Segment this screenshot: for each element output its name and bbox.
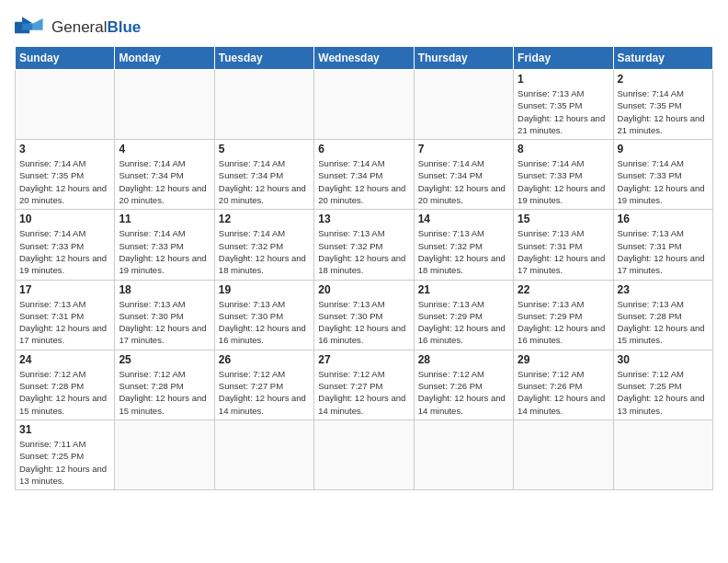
day-number: 31: [19, 423, 110, 436]
week-row-5: 31Sunrise: 7:11 AM Sunset: 7:25 PM Dayli…: [16, 419, 713, 489]
day-number: 29: [518, 353, 609, 366]
calendar-cell: 17Sunrise: 7:13 AM Sunset: 7:31 PM Dayli…: [16, 280, 115, 350]
svg-marker-3: [22, 24, 33, 30]
day-info: Sunrise: 7:14 AM Sunset: 7:34 PM Dayligh…: [418, 157, 509, 206]
day-number: 20: [318, 283, 409, 296]
calendar-cell: 13Sunrise: 7:13 AM Sunset: 7:32 PM Dayli…: [314, 210, 414, 280]
day-info: Sunrise: 7:12 AM Sunset: 7:25 PM Dayligh…: [618, 368, 709, 417]
day-info: Sunrise: 7:13 AM Sunset: 7:31 PM Dayligh…: [518, 227, 609, 276]
calendar-cell: 7Sunrise: 7:14 AM Sunset: 7:34 PM Daylig…: [414, 140, 513, 210]
weekday-header-wednesday: Wednesday: [314, 47, 414, 70]
day-number: 2: [618, 73, 709, 86]
calendar-cell: 25Sunrise: 7:12 AM Sunset: 7:28 PM Dayli…: [115, 350, 214, 419]
day-number: 7: [418, 143, 509, 155]
svg-marker-2: [33, 18, 43, 30]
day-number: 28: [418, 353, 509, 366]
calendar-cell: 28Sunrise: 7:12 AM Sunset: 7:26 PM Dayli…: [414, 350, 513, 419]
day-info: Sunrise: 7:14 AM Sunset: 7:32 PM Dayligh…: [219, 227, 310, 276]
logo-icon: [15, 15, 48, 40]
day-number: 6: [318, 143, 409, 155]
weekday-header-sunday: Sunday: [16, 47, 115, 70]
day-number: 30: [618, 353, 709, 366]
page: GeneralBlue SundayMondayTuesdayWednesday…: [0, 0, 728, 563]
day-info: Sunrise: 7:14 AM Sunset: 7:35 PM Dayligh…: [618, 87, 709, 136]
calendar-cell: 5Sunrise: 7:14 AM Sunset: 7:34 PM Daylig…: [214, 140, 313, 210]
calendar-cell: [613, 419, 712, 489]
calendar-cell: 11Sunrise: 7:14 AM Sunset: 7:33 PM Dayli…: [115, 210, 214, 280]
calendar-cell: [414, 419, 513, 489]
calendar-cell: [115, 419, 214, 489]
week-row-0: 1Sunrise: 7:13 AM Sunset: 7:35 PM Daylig…: [16, 70, 713, 140]
calendar-cell: 20Sunrise: 7:13 AM Sunset: 7:30 PM Dayli…: [314, 280, 414, 350]
day-number: 12: [219, 213, 310, 225]
day-info: Sunrise: 7:14 AM Sunset: 7:33 PM Dayligh…: [518, 157, 609, 206]
calendar-cell: 9Sunrise: 7:14 AM Sunset: 7:33 PM Daylig…: [613, 140, 712, 210]
calendar-cell: [414, 70, 513, 140]
day-number: 15: [518, 213, 609, 225]
day-info: Sunrise: 7:14 AM Sunset: 7:34 PM Dayligh…: [119, 157, 210, 206]
calendar-cell: [314, 419, 414, 489]
week-row-4: 24Sunrise: 7:12 AM Sunset: 7:28 PM Dayli…: [16, 350, 713, 419]
calendar-cell: 23Sunrise: 7:13 AM Sunset: 7:28 PM Dayli…: [613, 280, 712, 350]
calendar-cell: 22Sunrise: 7:13 AM Sunset: 7:29 PM Dayli…: [514, 280, 613, 350]
calendar-cell: 1Sunrise: 7:13 AM Sunset: 7:35 PM Daylig…: [514, 70, 613, 140]
calendar-cell: 3Sunrise: 7:14 AM Sunset: 7:35 PM Daylig…: [16, 140, 115, 210]
day-number: 22: [518, 283, 609, 296]
weekday-header-saturday: Saturday: [613, 47, 712, 70]
day-info: Sunrise: 7:14 AM Sunset: 7:34 PM Dayligh…: [318, 157, 409, 206]
day-info: Sunrise: 7:11 AM Sunset: 7:25 PM Dayligh…: [19, 438, 110, 487]
weekday-header-thursday: Thursday: [414, 47, 513, 70]
day-number: 1: [518, 73, 609, 86]
header: GeneralBlue: [15, 15, 713, 40]
day-info: Sunrise: 7:12 AM Sunset: 7:27 PM Dayligh…: [219, 368, 310, 417]
calendar-cell: 6Sunrise: 7:14 AM Sunset: 7:34 PM Daylig…: [314, 140, 414, 210]
day-info: Sunrise: 7:14 AM Sunset: 7:33 PM Dayligh…: [19, 227, 110, 276]
week-row-3: 17Sunrise: 7:13 AM Sunset: 7:31 PM Dayli…: [16, 280, 713, 350]
day-info: Sunrise: 7:13 AM Sunset: 7:29 PM Dayligh…: [518, 298, 609, 347]
day-number: 4: [119, 143, 210, 155]
calendar-cell: [214, 70, 313, 140]
day-info: Sunrise: 7:13 AM Sunset: 7:28 PM Dayligh…: [618, 298, 709, 347]
day-number: 17: [19, 283, 110, 296]
calendar-cell: [514, 419, 613, 489]
day-info: Sunrise: 7:12 AM Sunset: 7:27 PM Dayligh…: [318, 368, 409, 417]
calendar-cell: [16, 70, 115, 140]
day-number: 8: [518, 143, 609, 155]
day-info: Sunrise: 7:13 AM Sunset: 7:31 PM Dayligh…: [618, 227, 709, 276]
calendar-cell: [214, 419, 313, 489]
day-info: Sunrise: 7:12 AM Sunset: 7:28 PM Dayligh…: [19, 368, 110, 417]
day-number: 24: [19, 353, 110, 366]
day-number: 23: [618, 283, 709, 296]
calendar-cell: 2Sunrise: 7:14 AM Sunset: 7:35 PM Daylig…: [613, 70, 712, 140]
day-number: 25: [119, 353, 210, 366]
day-info: Sunrise: 7:13 AM Sunset: 7:35 PM Dayligh…: [518, 87, 609, 136]
weekday-header-friday: Friday: [514, 47, 613, 70]
day-number: 21: [418, 283, 509, 296]
calendar-cell: 31Sunrise: 7:11 AM Sunset: 7:25 PM Dayli…: [16, 419, 115, 489]
calendar-cell: 27Sunrise: 7:12 AM Sunset: 7:27 PM Dayli…: [314, 350, 414, 419]
day-number: 16: [618, 213, 709, 225]
day-info: Sunrise: 7:13 AM Sunset: 7:30 PM Dayligh…: [318, 298, 409, 347]
week-row-2: 10Sunrise: 7:14 AM Sunset: 7:33 PM Dayli…: [16, 210, 713, 280]
calendar-cell: 10Sunrise: 7:14 AM Sunset: 7:33 PM Dayli…: [16, 210, 115, 280]
day-number: 26: [219, 353, 310, 366]
day-number: 19: [219, 283, 310, 296]
calendar-cell: [314, 70, 414, 140]
day-info: Sunrise: 7:12 AM Sunset: 7:26 PM Dayligh…: [418, 368, 509, 417]
day-number: 18: [119, 283, 210, 296]
logo: GeneralBlue: [15, 15, 141, 40]
day-number: 27: [318, 353, 409, 366]
day-info: Sunrise: 7:13 AM Sunset: 7:32 PM Dayligh…: [418, 227, 509, 276]
calendar-cell: 26Sunrise: 7:12 AM Sunset: 7:27 PM Dayli…: [214, 350, 313, 419]
calendar-cell: 29Sunrise: 7:12 AM Sunset: 7:26 PM Dayli…: [514, 350, 613, 419]
calendar-cell: 14Sunrise: 7:13 AM Sunset: 7:32 PM Dayli…: [414, 210, 513, 280]
calendar-cell: 16Sunrise: 7:13 AM Sunset: 7:31 PM Dayli…: [613, 210, 712, 280]
calendar-cell: 15Sunrise: 7:13 AM Sunset: 7:31 PM Dayli…: [514, 210, 613, 280]
day-number: 5: [219, 143, 310, 155]
calendar-table: SundayMondayTuesdayWednesdayThursdayFrid…: [15, 46, 713, 490]
calendar-cell: 19Sunrise: 7:13 AM Sunset: 7:30 PM Dayli…: [214, 280, 313, 350]
day-info: Sunrise: 7:13 AM Sunset: 7:30 PM Dayligh…: [219, 298, 310, 347]
week-row-1: 3Sunrise: 7:14 AM Sunset: 7:35 PM Daylig…: [16, 140, 713, 210]
calendar-cell: 21Sunrise: 7:13 AM Sunset: 7:29 PM Dayli…: [414, 280, 513, 350]
day-number: 14: [418, 213, 509, 225]
